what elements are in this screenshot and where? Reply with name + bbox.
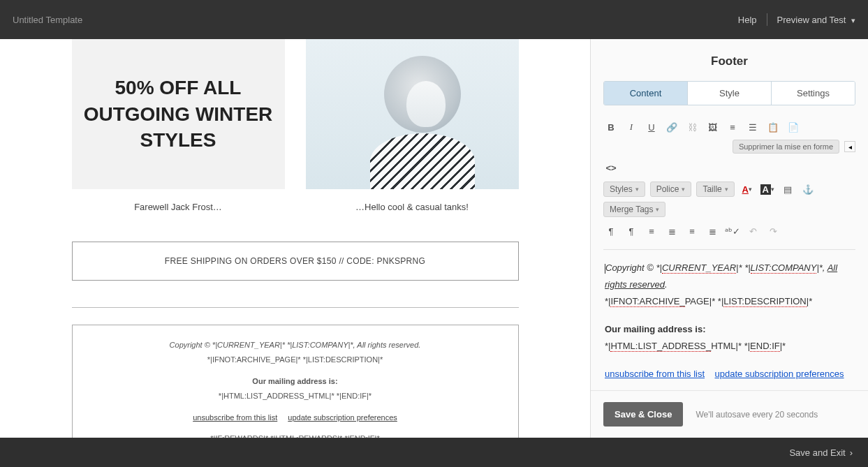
email-canvas: 50% OFF ALL OUTGOING WINTER STYLES Farew… (30, 39, 561, 438)
toggle-button[interactable]: ◂ (844, 141, 855, 152)
editor-line-links: unsubscribe from this list update subscr… (605, 366, 854, 383)
promo-text: 50% OFF ALL OUTGOING WINTER STYLES (72, 75, 285, 154)
clear-formatting-button[interactable]: Supprimer la mise en forme (733, 140, 839, 154)
editor-line-mailing: Our mailing address is: *|HTML:LIST_ADDR… (605, 321, 854, 355)
unlink-icon[interactable]: ⛓ (684, 119, 700, 135)
paste-icon[interactable]: 📄 (786, 119, 801, 135)
vertical-separator (767, 13, 767, 26)
align-left-icon[interactable]: ≡ (644, 223, 659, 239)
spellcheck-icon[interactable]: ᵃᵇ✓ (725, 223, 740, 239)
preview-and-test-menu[interactable]: Preview and Test ▾ (777, 15, 855, 25)
caption-right[interactable]: …Hello cool & casual tanks! (306, 202, 519, 212)
editor-line-copyright: Copyright © *|CURRENT_YEAR|* *|LIST:COMP… (605, 260, 854, 310)
align-justify-icon[interactable]: ≣ (705, 223, 720, 239)
save-and-close-button[interactable]: Save & Close (603, 402, 683, 427)
chevron-right-icon: › (850, 447, 853, 458)
editor-unsubscribe-link[interactable]: unsubscribe from this list (605, 369, 705, 379)
help-link[interactable]: Help (738, 15, 757, 25)
unordered-list-icon[interactable]: ☰ (745, 119, 760, 135)
redo-icon[interactable]: ↷ (765, 223, 781, 239)
model-image (342, 39, 482, 189)
footer-archive-line: *|IFNOT:ARCHIVE_PAGE|* *|LIST:DESCRIPTIO… (94, 353, 497, 367)
pilcrow-left-icon[interactable]: ¶ (603, 223, 619, 239)
save-and-exit-button[interactable]: Save and Exit › (789, 447, 853, 458)
footer-copyright: Copyright © *|CURRENT_YEAR|* *|LIST:COMP… (170, 341, 421, 349)
footer-rewards-line: *|IF:REWARDS|* *|HTML:REWARDS|* *|END:IF… (94, 431, 497, 438)
panel-title: Footer (591, 39, 868, 81)
anchor-icon[interactable]: ⚓ (800, 181, 816, 197)
template-title: Untitled Template (13, 15, 82, 25)
promo-text-block[interactable]: 50% OFF ALL OUTGOING WINTER STYLES (72, 39, 285, 189)
bottom-bar: Save and Exit › (0, 438, 868, 467)
top-bar-right: Help Preview and Test ▾ (738, 13, 855, 26)
image-icon[interactable]: 🖼 (705, 119, 720, 135)
size-dropdown[interactable]: Taille▾ (696, 181, 734, 197)
undo-icon[interactable]: ↶ (745, 223, 760, 239)
caption-left[interactable]: Farewell Jack Frost… (72, 202, 285, 212)
save-row: Save & Close We'll autosave every 20 sec… (591, 390, 868, 438)
top-bar: Untitled Template Help Preview and Test … (0, 0, 868, 39)
tab-content[interactable]: Content (604, 82, 687, 105)
footer-mailing-address: *|HTML:LIST_ADDRESS_HTML|* *|END:IF|* (94, 389, 497, 403)
promo-row: 50% OFF ALL OUTGOING WINTER STYLES (72, 39, 519, 189)
footer-links: unsubscribe from this list update subscr… (94, 410, 497, 425)
italic-icon[interactable]: I (624, 119, 639, 135)
chevron-down-icon: ▾ (851, 16, 855, 24)
font-dropdown[interactable]: Police▾ (650, 181, 692, 197)
editor-update-prefs-link[interactable]: update subscription preferences (715, 369, 844, 379)
shipping-text: FREE SHIPPING ON ORDERS OVER $150 // COD… (165, 256, 425, 266)
copy-icon[interactable]: 📋 (765, 119, 781, 135)
update-preferences-link[interactable]: update subscription preferences (288, 413, 397, 422)
code-view-icon[interactable]: <> (603, 160, 619, 175)
underline-icon[interactable]: U (644, 119, 659, 135)
block-icon[interactable]: ▤ (780, 181, 795, 197)
bg-color-icon[interactable]: A▾ (760, 181, 775, 197)
styles-dropdown[interactable]: Styles▾ (603, 181, 645, 197)
footer-mailing-heading: Our mailing address is: (94, 374, 497, 389)
pilcrow-right-icon[interactable]: ¶ (624, 223, 639, 239)
footer-block[interactable]: Copyright © *|CURRENT_YEAR|* *|LIST:COMP… (72, 325, 519, 438)
tab-settings[interactable]: Settings (771, 82, 855, 105)
email-canvas-scroll[interactable]: 50% OFF ALL OUTGOING WINTER STYLES Farew… (0, 39, 590, 438)
promo-image-block[interactable] (306, 39, 519, 189)
shipping-block[interactable]: FREE SHIPPING ON ORDERS OVER $150 // COD… (72, 242, 519, 281)
align-right-icon[interactable]: ≡ (684, 223, 700, 239)
tab-style[interactable]: Style (687, 82, 771, 105)
ordered-list-icon[interactable]: ≡ (725, 119, 740, 135)
main-area: 50% OFF ALL OUTGOING WINTER STYLES Farew… (0, 39, 868, 438)
bold-icon[interactable]: B (603, 119, 619, 135)
email-canvas-wrap: 50% OFF ALL OUTGOING WINTER STYLES Farew… (0, 39, 590, 438)
unsubscribe-link[interactable]: unsubscribe from this list (193, 413, 277, 422)
text-color-icon[interactable]: A▾ (740, 181, 755, 197)
divider (72, 307, 519, 308)
merge-tags-dropdown[interactable]: Merge Tags▾ (603, 202, 665, 217)
preview-and-test-label: Preview and Test (777, 15, 846, 25)
save-and-exit-label: Save and Exit (789, 447, 845, 458)
panel-tabs: Content Style Settings (603, 81, 855, 105)
link-icon[interactable]: 🔗 (664, 119, 679, 135)
editor-sidebar: Footer Content Style Settings B I U 🔗 ⛓ … (590, 39, 868, 438)
align-center-icon[interactable]: ≣ (664, 223, 679, 239)
captions-row: Farewell Jack Frost… …Hello cool & casua… (72, 202, 519, 212)
rich-text-editor[interactable]: Copyright © *|CURRENT_YEAR|* *|LIST:COMP… (603, 249, 855, 390)
editor-toolbar: B I U 🔗 ⛓ 🖼 ≡ ☰ 📋 📄 Supprimer la mise en… (603, 119, 855, 245)
autosave-note: We'll autosave every 20 seconds (696, 410, 818, 420)
